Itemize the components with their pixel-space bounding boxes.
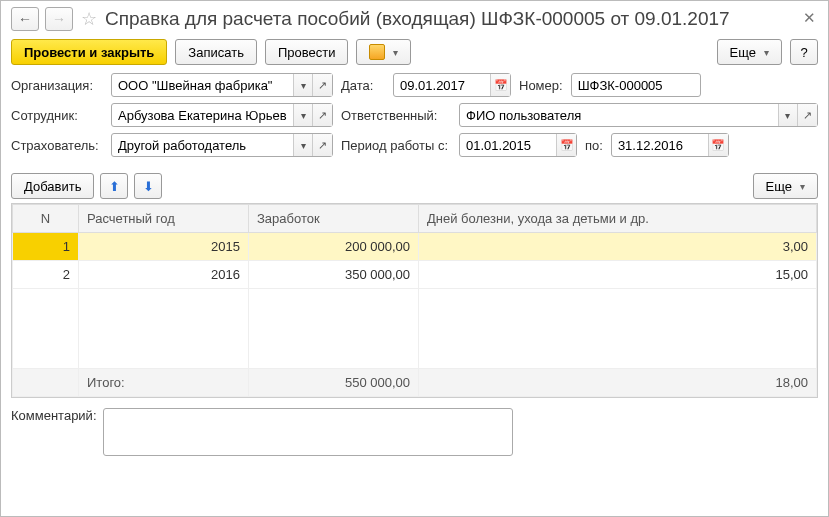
table-row[interactable]: 1 2015 200 000,00 3,00 [13, 233, 817, 261]
date-label: Дата: [341, 78, 385, 93]
org-input[interactable] [112, 74, 293, 96]
ins-label: Страхователь: [11, 138, 103, 153]
add-row-button[interactable]: Добавить [11, 173, 94, 199]
post-button[interactable]: Провести [265, 39, 349, 65]
num-label: Номер: [519, 78, 563, 93]
nav-forward[interactable]: → [45, 7, 73, 31]
emp-field[interactable]: ▾ [111, 103, 333, 127]
create-based-on-button[interactable] [356, 39, 411, 65]
move-down-button[interactable] [134, 173, 162, 199]
open-icon[interactable] [312, 104, 332, 126]
ins-input[interactable] [112, 134, 293, 156]
emp-input[interactable] [112, 104, 293, 126]
table-empty-area[interactable] [13, 289, 817, 369]
calendar-icon[interactable] [556, 134, 576, 156]
calendar-icon[interactable] [490, 74, 510, 96]
footer-label: Итого: [79, 369, 249, 397]
arrow-down-icon [143, 179, 154, 194]
period-from-field[interactable] [459, 133, 577, 157]
period-to-field[interactable] [611, 133, 729, 157]
resp-label: Ответственный: [341, 108, 451, 123]
col-n[interactable]: N [13, 205, 79, 233]
period-label: Период работы с: [341, 138, 451, 153]
num-field[interactable] [571, 73, 701, 97]
open-icon[interactable] [312, 74, 332, 96]
date-input[interactable] [394, 74, 490, 96]
document-icon [369, 44, 385, 60]
cell-sum: 200 000,00 [249, 233, 419, 261]
open-icon[interactable] [797, 104, 817, 126]
dropdown-icon[interactable]: ▾ [293, 104, 312, 126]
date-field[interactable] [393, 73, 511, 97]
dropdown-icon[interactable]: ▾ [778, 104, 797, 126]
cell-n: 1 [13, 233, 79, 261]
post-and-close-button[interactable]: Провести и закрыть [11, 39, 167, 65]
cell-n: 2 [13, 261, 79, 289]
cell-sum: 350 000,00 [249, 261, 419, 289]
col-year[interactable]: Расчетный год [79, 205, 249, 233]
ins-field[interactable]: ▾ [111, 133, 333, 157]
cell-year: 2016 [79, 261, 249, 289]
dropdown-icon[interactable]: ▾ [293, 134, 312, 156]
resp-field[interactable]: ▾ [459, 103, 818, 127]
earnings-table[interactable]: N Расчетный год Заработок Дней болезни, … [12, 204, 817, 397]
num-input[interactable] [572, 74, 700, 96]
table-row[interactable]: 2 2016 350 000,00 15,00 [13, 261, 817, 289]
footer-days: 18,00 [419, 369, 817, 397]
resp-input[interactable] [460, 104, 778, 126]
calendar-icon[interactable] [708, 134, 728, 156]
table-footer: Итого: 550 000,00 18,00 [13, 369, 817, 397]
cell-days: 15,00 [419, 261, 817, 289]
col-days[interactable]: Дней болезни, ухода за детьми и др. [419, 205, 817, 233]
cell-year: 2015 [79, 233, 249, 261]
favorite-icon[interactable]: ☆ [79, 9, 99, 29]
period-from-input[interactable] [460, 134, 556, 156]
close-icon[interactable]: ✕ [800, 10, 818, 28]
help-button[interactable]: ? [790, 39, 818, 65]
org-field[interactable]: ▾ [111, 73, 333, 97]
col-sum[interactable]: Заработок [249, 205, 419, 233]
cell-days: 3,00 [419, 233, 817, 261]
org-label: Организация: [11, 78, 103, 93]
comment-label: Комментарий: [11, 408, 97, 423]
table-more-button[interactable]: Еще [753, 173, 818, 199]
window-title: Справка для расчета пособий (входящая) Ш… [105, 8, 794, 30]
comment-input[interactable] [103, 408, 513, 456]
period-to-label: по: [585, 138, 603, 153]
save-button[interactable]: Записать [175, 39, 257, 65]
nav-back[interactable]: ← [11, 7, 39, 31]
open-icon[interactable] [312, 134, 332, 156]
dropdown-icon[interactable]: ▾ [293, 74, 312, 96]
footer-sum: 550 000,00 [249, 369, 419, 397]
period-to-input[interactable] [612, 134, 708, 156]
move-up-button[interactable] [100, 173, 128, 199]
arrow-up-icon [109, 179, 120, 194]
more-button[interactable]: Еще [717, 39, 782, 65]
emp-label: Сотрудник: [11, 108, 103, 123]
